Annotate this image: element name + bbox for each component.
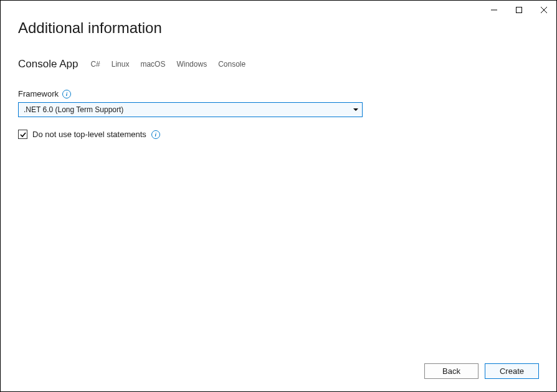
maximize-icon <box>516 7 522 13</box>
tag-windows: Windows <box>176 60 207 69</box>
back-button[interactable]: Back <box>424 363 478 379</box>
framework-label: Framework <box>18 89 59 98</box>
top-level-statements-checkbox[interactable] <box>18 130 27 139</box>
info-icon[interactable]: i <box>151 130 160 139</box>
close-icon <box>541 7 547 13</box>
framework-dropdown[interactable]: .NET 6.0 (Long Term Support) <box>18 102 363 117</box>
framework-selected-value: .NET 6.0 (Long Term Support) <box>24 105 123 114</box>
tag-linux: Linux <box>112 60 130 69</box>
framework-label-row: Framework i <box>18 89 539 98</box>
chevron-down-icon <box>353 108 358 111</box>
close-button[interactable] <box>531 1 556 19</box>
tags-list: C# Linux macOS Windows Console <box>90 60 245 69</box>
page-title: Additional information <box>18 19 539 37</box>
svg-rect-1 <box>517 7 522 13</box>
tag-console: Console <box>218 60 245 69</box>
back-button-label: Back <box>442 366 460 376</box>
project-type-label: Console App <box>18 58 78 70</box>
tag-csharp: C# <box>90 60 100 69</box>
create-button[interactable]: Create <box>485 363 539 379</box>
maximize-button[interactable] <box>507 1 531 19</box>
create-button-label: Create <box>500 366 524 376</box>
info-icon[interactable]: i <box>62 90 71 98</box>
top-level-statements-label: Do not use top-level statements <box>32 130 146 139</box>
content-area: Additional information Console App C# Li… <box>1 1 556 139</box>
checkmark-icon <box>20 131 26 138</box>
footer-buttons: Back Create <box>424 363 539 379</box>
tag-macos: macOS <box>140 60 165 69</box>
minimize-button[interactable] <box>482 1 507 19</box>
window-titlebar <box>482 1 556 19</box>
minimize-icon <box>491 7 497 13</box>
project-type-row: Console App C# Linux macOS Windows Conso… <box>18 58 539 70</box>
top-level-statements-row: Do not use top-level statements i <box>18 130 539 139</box>
